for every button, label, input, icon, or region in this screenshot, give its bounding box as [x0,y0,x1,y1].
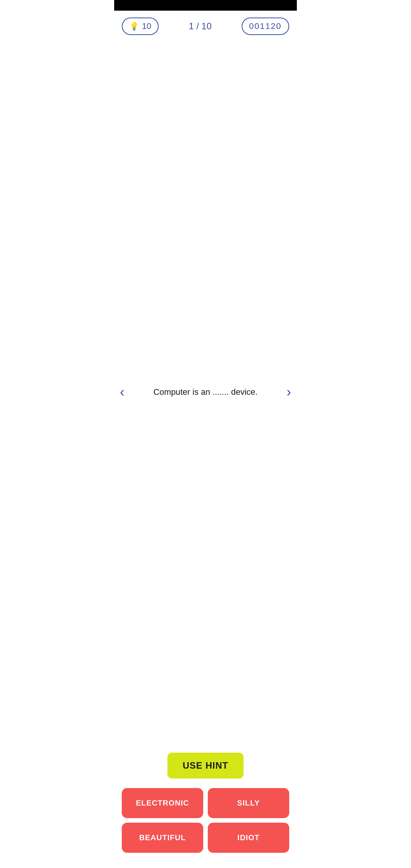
question-area: ‹ Computer is an ....... device. › [114,39,297,745]
hint-counter: 💡 10 [122,18,159,35]
status-bar [114,0,297,11]
answer-btn-2[interactable]: BEAUTIFUL [122,823,203,853]
answers-grid: ELECTRONIC SILLY BEAUTIFUL IDIOT [114,788,297,868]
answer-btn-1[interactable]: SILLY [208,788,289,818]
top-bar: 💡 10 1 / 10 001120 [114,11,297,39]
score-display: 001120 [242,18,289,35]
hint-section: USE HINT [114,745,297,788]
bulb-icon: 💡 [129,22,139,31]
prev-button[interactable]: ‹ [116,380,128,404]
next-button[interactable]: › [283,380,295,404]
answer-btn-3[interactable]: IDIOT [208,823,289,853]
question-counter: 1 / 10 [189,21,212,32]
answer-btn-0[interactable]: ELECTRONIC [122,788,203,818]
use-hint-button[interactable]: USE HINT [167,753,244,779]
hint-count: 10 [142,21,151,31]
question-text: Computer is an ....... device. [131,386,280,398]
